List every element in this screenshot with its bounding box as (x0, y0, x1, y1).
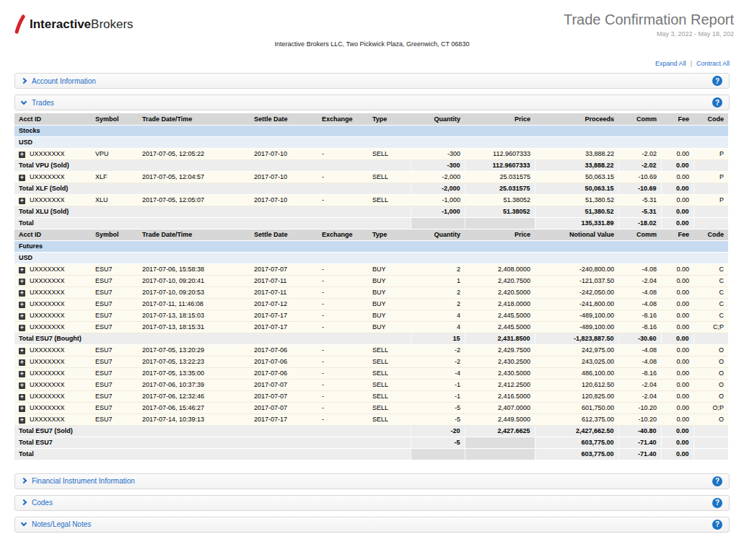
interactive-brokers-logo-icon (14, 14, 25, 34)
section-title-account-information: Account Information (32, 77, 96, 85)
trade-confirmation-page: InteractiveBrokers Trade Confirmation Re… (0, 0, 744, 560)
section-bar-financial-instrument-information[interactable]: Financial Instrument Information ? (14, 473, 730, 489)
expand-row-icon[interactable]: + (19, 417, 25, 424)
help-icon[interactable]: ? (712, 498, 722, 508)
account-id-cell: +UXXXXXXX (14, 148, 91, 159)
account-id-cell: +UXXXXXXX (14, 344, 91, 356)
account-id-cell: +UXXXXXXX (14, 414, 91, 425)
trade-row: +UXXXXXXXESU72017-07-11, 11:46:082017-07… (14, 298, 728, 310)
total-label-cell: Total (14, 217, 411, 229)
trade-row: +UXXXXXXXESU72017-07-05, 13:20:292017-07… (14, 344, 728, 356)
account-id-cell: +UXXXXXXX (14, 321, 91, 333)
section-title-trades: Trades (32, 99, 54, 107)
trade-row: +UXXXXXXXESU72017-07-10, 09:20:532017-07… (14, 286, 728, 298)
account-id-cell: +UXXXXXXX (14, 263, 91, 275)
expand-row-icon[interactable]: + (19, 325, 25, 331)
subtotal-row: Total VPU (Sold)-300112.960733333,888.22… (14, 159, 728, 171)
trade-row: +UXXXXXXXESU72017-07-14, 10:39:132017-07… (14, 414, 728, 425)
trade-row: +UXXXXXXXESU72017-07-10, 09:20:412017-07… (14, 275, 728, 286)
total-label-cell: Total ESU7 (Bought) (14, 333, 411, 344)
trade-row: +UXXXXXXXESU72017-07-05, 13:35:002017-07… (14, 367, 728, 379)
chevron-right-icon (21, 478, 27, 484)
subtotal-row: Total XLU (Sold)-1,00051.3805251,380.52-… (14, 206, 728, 217)
bottom-sections: Financial Instrument Information ? Codes… (14, 473, 730, 533)
total-label-cell: Total ESU7 (14, 437, 411, 448)
link-separator: | (691, 60, 692, 67)
account-id-cell: +UXXXXXXX (14, 367, 91, 379)
account-id-cell: +UXXXXXXX (14, 402, 91, 414)
section-bar-notes-legal-notes[interactable]: Notes/Legal Notes ? (14, 517, 730, 533)
currency-row: USD (14, 136, 728, 148)
total-row: Total135,331.89-18.020.00 (14, 217, 728, 229)
asset-class-row: Stocks (14, 125, 728, 136)
expand-row-icon[interactable]: + (19, 348, 25, 354)
account-id-cell: +UXXXXXXX (14, 390, 91, 402)
expand-row-icon[interactable]: + (19, 279, 25, 285)
trade-row: +UXXXXXXXXLF2017-07-05, 12:04:572017-07-… (14, 171, 728, 183)
expand-row-icon[interactable]: + (19, 371, 25, 377)
help-icon[interactable]: ? (712, 76, 722, 86)
total-label-cell: Total XLF (Sold) (14, 183, 411, 194)
chevron-right-icon (21, 499, 27, 505)
total-row: Total603,775.00-71.400.00 (14, 448, 728, 460)
subtotal-row: Total ESU7-5603,775.00-71.400.00 (14, 437, 728, 448)
expand-row-icon[interactable]: + (19, 394, 25, 401)
help-icon[interactable]: ? (712, 476, 722, 486)
account-id-cell: +UXXXXXXX (14, 275, 91, 286)
account-id-cell: +UXXXXXXX (14, 379, 91, 390)
expand-row-icon[interactable]: + (19, 313, 25, 320)
trade-row: +UXXXXXXXESU72017-07-06, 15:46:272017-07… (14, 402, 728, 414)
section-title-codes: Codes (32, 499, 53, 507)
expand-row-icon[interactable]: + (19, 152, 25, 158)
column-header-row: Acct IDSymbolTrade Date/TimeSettle DateE… (14, 113, 728, 125)
section-bar-account-information[interactable]: Account Information ? (14, 73, 730, 89)
trades-table: Acct IDSymbolTrade Date/TimeSettle DateE… (14, 113, 728, 460)
help-icon[interactable]: ? (712, 97, 722, 108)
expand-all-link[interactable]: Expand All (655, 60, 686, 67)
trade-row: +UXXXXXXXESU72017-07-06, 15:58:382017-07… (14, 263, 728, 275)
help-icon[interactable]: ? (712, 520, 722, 530)
section-bar-trades[interactable]: Trades ? (14, 95, 730, 110)
account-id-cell: +UXXXXXXX (14, 194, 91, 206)
column-header-row: Acct IDSymbolTrade Date/TimeSettle DateE… (14, 229, 728, 240)
contract-all-link[interactable]: Contract All (696, 60, 730, 67)
expand-row-icon[interactable]: + (19, 382, 25, 389)
expand-row-icon[interactable]: + (19, 267, 25, 274)
report-title-block: Trade Confirmation Report May 3, 2022 - … (564, 12, 734, 38)
expand-row-icon[interactable]: + (19, 359, 25, 366)
page-header: InteractiveBrokers Trade Confirmation Re… (14, 12, 730, 38)
trade-row: +UXXXXXXXESU72017-07-06, 10:37:392017-07… (14, 379, 728, 390)
expand-row-icon[interactable]: + (19, 290, 25, 297)
section-bar-title-wrap: Account Information (22, 77, 96, 85)
account-id-cell: +UXXXXXXX (14, 171, 91, 183)
chevron-down-icon (21, 98, 27, 104)
section-bar-title-wrap: Trades (22, 99, 54, 107)
company-address: Interactive Brokers LLC, Two Pickwick Pl… (14, 40, 730, 48)
logo-word-interactive: Interactive (30, 17, 91, 31)
section-title-notes-legal-notes: Notes/Legal Notes (32, 520, 91, 528)
asset-class-row: Futures (14, 240, 728, 252)
expand-row-icon[interactable]: + (19, 175, 25, 181)
expand-row-icon[interactable]: + (19, 198, 25, 204)
report-date-range: May 3, 2022 - May 18, 202 (564, 30, 734, 38)
trade-row: +UXXXXXXXESU72017-07-05, 13:22:232017-07… (14, 356, 728, 367)
trades-table-body: Acct IDSymbolTrade Date/TimeSettle DateE… (14, 113, 728, 460)
logo-wordmark: InteractiveBrokers (30, 17, 134, 32)
chevron-down-icon (21, 520, 27, 526)
total-label-cell: Total (14, 448, 411, 460)
section-bar-title-wrap: Codes (22, 499, 53, 507)
trade-row: +UXXXXXXXVPU2017-07-05, 12:05:222017-07-… (14, 148, 728, 159)
section-bar-title-wrap: Notes/Legal Notes (22, 520, 91, 528)
trade-row: +UXXXXXXXESU72017-07-06, 12:32:462017-07… (14, 390, 728, 402)
total-label-cell: Total VPU (Sold) (14, 159, 411, 171)
expand-row-icon[interactable]: + (19, 302, 25, 308)
page-title: Trade Confirmation Report (564, 12, 734, 28)
logo-word-brokers: Brokers (91, 17, 134, 31)
currency-row: USD (14, 252, 728, 263)
account-id-cell: +UXXXXXXX (14, 356, 91, 367)
subtotal-row: Total ESU7 (Bought)152,431.8500-1,823,88… (14, 333, 728, 344)
section-bar-codes[interactable]: Codes ? (14, 495, 730, 511)
section-bar-title-wrap: Financial Instrument Information (22, 477, 135, 485)
chevron-right-icon (21, 77, 27, 83)
expand-row-icon[interactable]: + (19, 406, 25, 412)
